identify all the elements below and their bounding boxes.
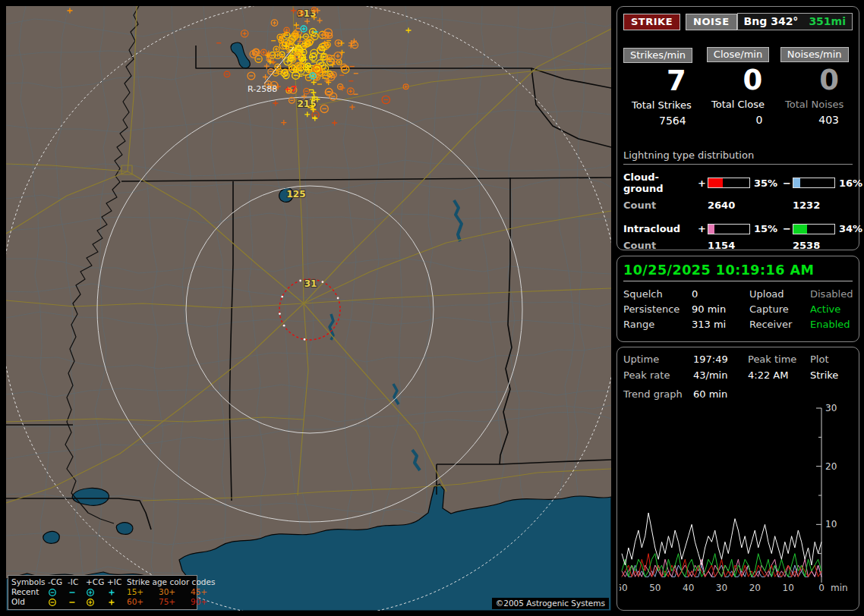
squelch-value: 0 bbox=[692, 288, 749, 300]
persistence-label: Persistence bbox=[623, 303, 692, 315]
plus-sign: + bbox=[698, 178, 708, 189]
legend-col-pos-cg: +CG bbox=[86, 577, 107, 587]
plot-label: Plot bbox=[810, 354, 853, 365]
svg-text:20: 20 bbox=[749, 583, 761, 593]
cg-positive-bar bbox=[708, 178, 750, 188]
squelch-label: Squelch bbox=[623, 288, 692, 300]
status-panel: 10/25/2025 10:19:16 AM Squelch 0 Upload … bbox=[616, 256, 859, 342]
range-value: 313 mi bbox=[692, 319, 749, 330]
strike-mode-button[interactable]: STRIKE bbox=[623, 14, 680, 30]
total-strikes-label: Total Strikes bbox=[623, 99, 700, 111]
svg-text:+7: +7 bbox=[284, 84, 297, 94]
minus-sign: − bbox=[783, 223, 793, 234]
circle-minus-icon bbox=[48, 588, 68, 597]
svg-text:min: min bbox=[831, 583, 848, 593]
minus-sign: − bbox=[783, 178, 793, 189]
noises-per-min-header: Noises/min bbox=[780, 47, 849, 62]
svg-text:60: 60 bbox=[620, 583, 628, 593]
ic-positive-bar bbox=[708, 224, 750, 234]
ic-negative-bar bbox=[793, 224, 835, 234]
peak-rate-label: Peak rate bbox=[623, 369, 693, 381]
persistence-value: 90 min bbox=[692, 303, 749, 315]
datetime-display: 10/25/2025 10:19:16 AM bbox=[623, 262, 853, 278]
peak-time-value: 4:22 AM bbox=[748, 369, 810, 381]
svg-text:40: 40 bbox=[683, 583, 694, 593]
receiver-label: Receiver bbox=[749, 319, 810, 330]
range-label: Range bbox=[623, 319, 692, 330]
capture-label: Capture bbox=[749, 303, 810, 315]
close-per-min-header: Close/min bbox=[707, 47, 769, 62]
nexstorm-app: 31321512531 R-2588+7 Symbols -CG -IC +CG… bbox=[0, 0, 864, 616]
age-45: 45+ bbox=[191, 587, 216, 597]
svg-text:30: 30 bbox=[716, 583, 727, 593]
uptime-value: 197:49 bbox=[693, 354, 748, 365]
age-60: 60+ bbox=[127, 597, 159, 607]
intracloud-label: Intracloud bbox=[623, 223, 698, 234]
minus-icon bbox=[68, 598, 86, 607]
svg-text:0: 0 bbox=[818, 583, 825, 593]
ic-count-label: Count bbox=[623, 240, 698, 251]
cg-positive-pct: 35% bbox=[750, 178, 783, 189]
legend-col-neg-ic: -IC bbox=[68, 577, 86, 587]
trend-graph-label: Trend graph bbox=[623, 388, 693, 400]
legend-old-label: Old bbox=[11, 597, 48, 607]
legend-age-header: Strike age color codes bbox=[127, 577, 216, 587]
lightning-map[interactable]: 31321512531 R-2588+7 Symbols -CG -IC +CG… bbox=[6, 6, 611, 611]
capture-status: Active bbox=[810, 303, 853, 315]
upload-label: Upload bbox=[749, 288, 810, 300]
cg-count-label: Count bbox=[623, 200, 698, 211]
trend-panel: Uptime 197:49 Peak time Plot Peak rate 4… bbox=[616, 347, 859, 611]
ic-negative-pct: 34% bbox=[835, 223, 862, 234]
circle-minus-icon bbox=[48, 598, 68, 607]
cg-negative-bar bbox=[793, 178, 835, 188]
total-noises-value: 403 bbox=[776, 114, 853, 126]
svg-text:10: 10 bbox=[783, 583, 794, 593]
cg-negative-pct: 16% bbox=[835, 178, 862, 189]
strikes-per-min-header: Strikes/min bbox=[623, 48, 692, 63]
svg-text:30: 30 bbox=[825, 403, 837, 413]
strikes-per-min-value: 7 bbox=[623, 64, 700, 98]
cg-negative-count: 1232 bbox=[793, 200, 853, 211]
plus-icon bbox=[107, 598, 127, 607]
uptime-label: Uptime bbox=[623, 354, 693, 365]
upload-status: Disabled bbox=[810, 288, 853, 300]
receiver-status: Enabled bbox=[810, 319, 853, 330]
copyright-text: ©2005 Astrogenic Systems bbox=[492, 598, 609, 609]
peak-time-label: Peak time bbox=[748, 354, 810, 365]
bearing-readout: Bng 342° 351mi bbox=[737, 13, 853, 30]
bearing-distance: 351mi bbox=[809, 15, 846, 27]
legend-recent-label: Recent bbox=[11, 587, 48, 597]
plus-icon bbox=[107, 588, 127, 597]
ic-positive-pct: 15% bbox=[750, 223, 783, 234]
total-strikes-value: 7564 bbox=[623, 115, 700, 127]
circle-plus-icon bbox=[86, 598, 107, 607]
legend-symbols-header: Symbols bbox=[11, 577, 48, 587]
total-close-label: Total Close bbox=[700, 99, 777, 110]
svg-text:20: 20 bbox=[825, 461, 837, 472]
bearing-label: Bng 342° bbox=[744, 15, 799, 27]
age-15: 15+ bbox=[127, 587, 159, 597]
distribution-title: Lightning type distribution bbox=[623, 149, 853, 165]
legend-col-pos-ic: +IC bbox=[107, 577, 127, 587]
age-30: 30+ bbox=[159, 587, 191, 597]
minus-icon bbox=[68, 588, 86, 597]
noises-per-min-value: 0 bbox=[776, 64, 853, 97]
close-per-min-value: 0 bbox=[700, 64, 777, 97]
plus-sign: + bbox=[698, 223, 708, 234]
svg-text:31: 31 bbox=[304, 278, 317, 289]
legend-col-neg-cg: -CG bbox=[48, 577, 68, 587]
ic-positive-count: 1154 bbox=[708, 240, 783, 251]
svg-text:10: 10 bbox=[825, 519, 837, 530]
datetime-rule bbox=[623, 281, 853, 281]
age-75: 75+ bbox=[159, 597, 191, 607]
ic-negative-count: 2538 bbox=[793, 240, 853, 251]
counts-panel: STRIKE NOISE Bng 342° 351mi Strikes/min … bbox=[616, 6, 859, 250]
svg-text:125: 125 bbox=[286, 189, 305, 200]
total-close-value: 0 bbox=[700, 114, 777, 126]
cg-positive-count: 2640 bbox=[708, 200, 783, 211]
map-canvas[interactable]: 31321512531 R-2588+7 bbox=[6, 6, 611, 611]
cloud-ground-label: Cloud-ground bbox=[623, 171, 698, 194]
noise-mode-button[interactable]: NOISE bbox=[686, 14, 737, 30]
circle-plus-icon bbox=[86, 588, 107, 597]
map-symbol-legend: Symbols -CG -IC +CG +IC Strike age color… bbox=[8, 575, 197, 610]
